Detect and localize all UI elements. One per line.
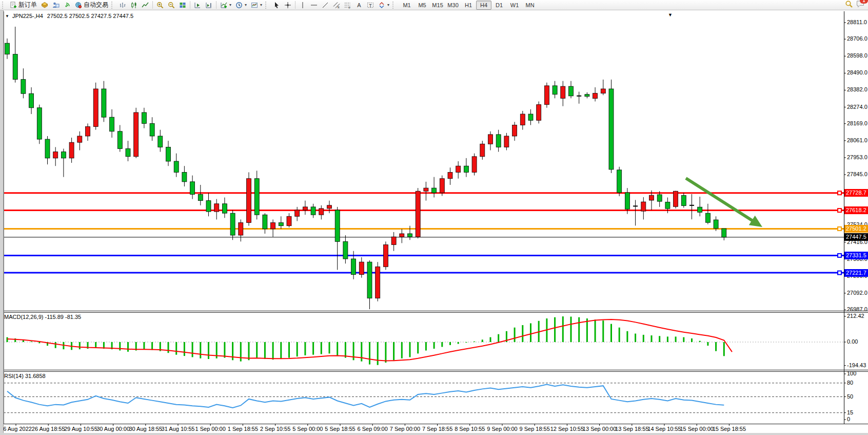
tf-button-m1[interactable]: M1 (399, 1, 415, 10)
tf-button-w1[interactable]: W1 (507, 1, 522, 10)
market-watch-button[interactable] (39, 1, 50, 9)
tf-button-m15[interactable]: M15 (430, 1, 445, 10)
bear-candle-body (681, 196, 686, 206)
vertical-line-tool-button[interactable] (297, 1, 308, 9)
bull-candle-body (271, 223, 275, 229)
new-order-button[interactable]: 新订单 (8, 0, 39, 10)
text-a-icon: A (356, 2, 363, 9)
text-label-icon: T (367, 2, 374, 9)
bear-candle-body (182, 172, 187, 181)
fibonacci-tool-button[interactable]: F (342, 1, 353, 9)
templates-button[interactable]: ▾ (249, 1, 264, 9)
auto-scroll-icon (205, 2, 212, 9)
label-tool-button[interactable]: T (365, 1, 376, 9)
cursor-tool-button[interactable] (271, 1, 282, 9)
auto-trading-button[interactable]: 自动交易 (73, 0, 110, 10)
signals-button[interactable] (62, 1, 73, 9)
candlestick-chart-button[interactable] (128, 1, 140, 9)
toolbar-grip[interactable] (392, 2, 396, 9)
zoom-in-button[interactable] (154, 1, 166, 9)
bar-chart-button[interactable] (117, 1, 128, 9)
price-axis-label: 28490.0 (847, 69, 867, 75)
toolbar-grip[interactable] (2, 2, 6, 9)
vertical-line-icon (299, 2, 306, 9)
price-axis-label: 27953.0 (847, 154, 867, 160)
svg-text:E: E (338, 6, 340, 9)
toolbar-grip[interactable] (265, 2, 269, 9)
tf-button-d1[interactable]: D1 (491, 1, 507, 10)
horizontal-line-tool-button[interactable] (308, 1, 320, 9)
arrows-tool-button[interactable]: ▾ (376, 1, 391, 9)
toolbar-grip[interactable] (111, 2, 115, 9)
bull-candle-body (247, 179, 251, 223)
tile-windows-button[interactable] (177, 1, 188, 9)
chart-menu-triangle-icon[interactable]: ▼ (668, 12, 673, 17)
bull-candle-body (488, 135, 493, 144)
doji-body (633, 205, 638, 206)
bull-candle-body (456, 166, 461, 172)
bull-candle-body (472, 157, 477, 173)
bear-candle-body (528, 114, 533, 120)
bear-candle-body (29, 93, 34, 108)
chart-canvas[interactable] (0, 0, 868, 435)
hline-price-flag: 27728.7 (844, 189, 868, 197)
chevron-down-icon: ▾ (387, 3, 389, 7)
toolbar: 新订单 自动交易 (0, 0, 868, 10)
bear-candle-body (665, 202, 670, 209)
bear-candle-body (657, 195, 662, 201)
hline-drag-handle[interactable] (838, 191, 841, 195)
svg-text:T: T (369, 3, 372, 8)
periods-button[interactable]: ▾ (233, 1, 249, 9)
hline-drag-handle[interactable] (838, 254, 841, 257)
chart-shift-button[interactable] (192, 1, 203, 9)
tf-button-mn[interactable]: MN (522, 1, 538, 10)
tf-button-h4[interactable]: H4 (476, 1, 491, 10)
indicators-icon (220, 2, 227, 9)
macd-axis-label: -194.43 (847, 362, 866, 368)
hline-drag-handle[interactable] (838, 209, 841, 212)
hline-drag-handle[interactable] (838, 271, 841, 275)
bear-candle-body (102, 89, 106, 117)
bear-candle-body (174, 161, 179, 172)
tf-button-m30[interactable]: M30 (445, 1, 461, 10)
hline-drag-handle[interactable] (838, 227, 841, 231)
rsi-axis-label: 15 (847, 409, 853, 415)
annotation-arrow-shaft[interactable] (686, 178, 755, 222)
bull-candle-body (319, 209, 324, 215)
channel-tool-button[interactable]: E (331, 1, 342, 9)
auto-trading-label: 自动交易 (84, 1, 108, 9)
bid-price-flag: 27447.5 (844, 233, 868, 241)
timeframe-toolbar: M1M5M15M30H1H4D1W1MN (399, 1, 538, 10)
rsi-axis-label: 50 (847, 393, 853, 400)
trendline-tool-button[interactable] (320, 1, 331, 9)
indicators-button[interactable]: ▾ (218, 1, 233, 9)
data-window-button[interactable] (50, 1, 62, 9)
price-axis-label: 28274.0 (847, 104, 867, 110)
bear-candle-body (21, 80, 26, 94)
bull-candle-body (593, 93, 598, 99)
hline-price-flag: 27618.2 (844, 206, 868, 214)
bull-candle-body (424, 188, 428, 191)
price-axis-label: 26987.0 (847, 306, 867, 312)
tf-button-h1[interactable]: H1 (461, 1, 476, 10)
crosshair-tool-button[interactable] (282, 1, 293, 9)
hline-price-flag: 27221.7 (844, 269, 868, 277)
bull-candle-body (400, 234, 404, 237)
bear-candle-body (335, 210, 340, 241)
bull-candle-body (641, 202, 646, 211)
search-icon[interactable] (845, 0, 853, 10)
svg-text:F: F (349, 6, 351, 9)
line-chart-button[interactable] (140, 1, 151, 9)
rsi-axis-label: 0 (847, 416, 850, 422)
rsi-axis-label: 80 (847, 380, 853, 386)
bull-candle-body (416, 191, 420, 237)
bear-candle-body (206, 201, 211, 212)
window-left-frame (0, 10, 4, 435)
chart-dropdown-triangle-icon[interactable]: ▼ (5, 14, 9, 18)
notifications-button[interactable]: 1 (856, 0, 865, 10)
auto-scroll-button[interactable] (203, 1, 214, 9)
tf-button-m5[interactable]: M5 (415, 1, 430, 10)
text-tool-button[interactable]: A (353, 1, 365, 9)
zoom-out-button[interactable] (166, 1, 177, 9)
cursor-icon (273, 2, 280, 9)
